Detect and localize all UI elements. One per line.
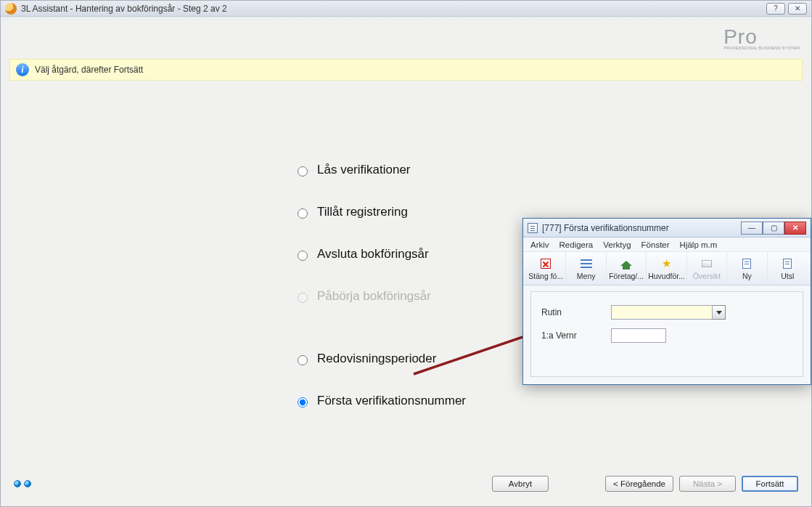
- wizard-footer: Avbryt < Föregående Nästa > Fortsätt: [8, 473, 804, 495]
- radio-close-year[interactable]: [298, 251, 308, 261]
- status-dot-icon: [24, 480, 31, 487]
- radio-start-year: [298, 293, 308, 303]
- toolbar-label: Huvudför...: [648, 272, 685, 280]
- continue-button[interactable]: Fortsätt: [742, 476, 798, 492]
- previous-button[interactable]: < Föregående: [605, 476, 673, 492]
- toolbar-label: Meny: [577, 272, 596, 280]
- minimize-button[interactable]: —: [741, 222, 763, 235]
- document-icon: [528, 223, 538, 233]
- star-icon: ★: [660, 257, 673, 270]
- brand-logo: Pro PROFESSIONAL BUSINESS SYSTEM: [723, 25, 800, 50]
- rutin-dropdown-button[interactable]: [713, 305, 726, 320]
- toolbar-overview: Översikt: [687, 252, 727, 285]
- help-button[interactable]: ?: [766, 3, 785, 15]
- radio-allow-registration[interactable]: [298, 208, 308, 219]
- maximize-button[interactable]: ▢: [763, 222, 784, 235]
- menu-verktyg[interactable]: Verktyg: [603, 240, 631, 249]
- next-button: Nästa >: [679, 476, 736, 492]
- child-form: Rutin 1:a Vernr: [530, 291, 803, 377]
- document-icon: [740, 257, 753, 270]
- toolbar-utsl[interactable]: Utsl: [768, 252, 808, 285]
- option-label: Redovisningsperioder: [317, 352, 436, 366]
- vernr-input[interactable]: [611, 328, 666, 343]
- toolbar-company[interactable]: Företag/...: [607, 252, 647, 285]
- app-icon: [5, 3, 17, 15]
- toolbar-new[interactable]: Ny: [727, 252, 767, 285]
- option-label: Tillåt registrering: [317, 205, 408, 219]
- toolbar-menu[interactable]: Meny: [566, 252, 606, 285]
- option-label: Lås verifikationer: [317, 163, 411, 177]
- child-window: [777] Första verifikationsnummer — ▢ ✕ A…: [522, 218, 811, 385]
- rutin-input[interactable]: [611, 305, 713, 320]
- toolbar-label: Stäng fö...: [528, 272, 563, 280]
- child-title: [777] Första verifikationsnummer: [542, 223, 669, 233]
- menu-hjalp[interactable]: Hjälp m.m: [680, 240, 718, 249]
- rutin-combo[interactable]: [611, 305, 792, 320]
- option-lock-verifications[interactable]: Lås verifikationer: [294, 149, 584, 191]
- child-menubar: Arkiv Redigera Verktyg Fönster Hjälp m.m: [523, 238, 811, 252]
- menu-fonster[interactable]: Fönster: [641, 240, 670, 249]
- menu-arkiv[interactable]: Arkiv: [530, 240, 549, 249]
- info-bar: i Välj åtgärd, därefter Fortsätt: [9, 59, 803, 81]
- close-main-button[interactable]: ✕: [788, 3, 807, 15]
- close-child-button[interactable]: ✕: [784, 222, 806, 235]
- document-icon: [781, 257, 794, 270]
- cancel-button[interactable]: Avbryt: [492, 476, 549, 492]
- bars-icon: [580, 257, 593, 270]
- toolbar-label: Företag/...: [609, 272, 644, 280]
- radio-accounting-periods[interactable]: [298, 355, 308, 365]
- option-label: Påbörja bokföringsår: [317, 289, 431, 304]
- status-dots: [14, 480, 31, 487]
- option-first-voucher-number[interactable]: Första verifikationsnummer: [294, 380, 584, 422]
- vernr-field[interactable]: [611, 328, 792, 343]
- info-text: Välj åtgärd, därefter Fortsätt: [35, 65, 143, 75]
- radio-lock-verifications[interactable]: [298, 166, 308, 177]
- option-label: Avsluta bokföringsår: [317, 247, 429, 261]
- toolbar-close-window[interactable]: Stäng fö...: [526, 252, 566, 285]
- toolbar-label: Utsl: [781, 272, 794, 280]
- child-toolbar: Stäng fö... Meny Företag/... ★ Huvudför.…: [523, 252, 811, 285]
- toolbar-main[interactable]: ★ Huvudför...: [647, 252, 686, 285]
- option-label: Första verifikationsnummer: [317, 394, 466, 408]
- status-dot-icon: [14, 480, 21, 487]
- main-title: 3L Assistant - Hantering av bokföringsår…: [21, 4, 227, 14]
- main-titlebar: 3L Assistant - Hantering av bokföringsår…: [1, 1, 811, 17]
- radio-first-voucher-number[interactable]: [298, 397, 308, 407]
- close-red-icon: [539, 257, 552, 270]
- child-titlebar: [777] Första verifikationsnummer — ▢ ✕: [523, 219, 811, 238]
- menu-redigera[interactable]: Redigera: [559, 240, 594, 249]
- rutin-label: Rutin: [541, 307, 607, 317]
- house-icon: [620, 257, 633, 270]
- info-icon: i: [16, 63, 29, 76]
- toolbar-label: Ny: [742, 272, 752, 280]
- vernr-label: 1:a Vernr: [541, 330, 607, 341]
- box-icon: [700, 257, 713, 270]
- toolbar-label: Översikt: [693, 272, 721, 280]
